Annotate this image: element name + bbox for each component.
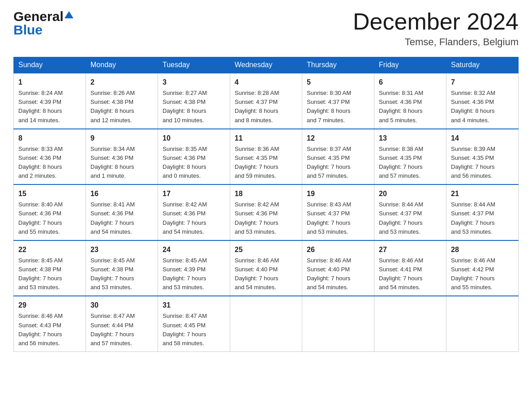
weekday-header-wednesday: Wednesday [230, 57, 302, 73]
day-number: 22 [18, 244, 81, 255]
day-info: Sunrise: 8:37 AM Sunset: 4:35 PM Dayligh… [307, 145, 369, 181]
calendar-cell: 20Sunrise: 8:44 AM Sunset: 4:37 PM Dayli… [374, 184, 446, 240]
day-info: Sunrise: 8:47 AM Sunset: 4:44 PM Dayligh… [90, 312, 153, 348]
day-number: 25 [235, 244, 297, 255]
week-row-5: 29Sunrise: 8:46 AM Sunset: 4:43 PM Dayli… [14, 296, 519, 351]
logo-blue-text: Blue [13, 22, 43, 38]
day-number: 27 [379, 244, 442, 255]
svg-marker-0 [64, 11, 73, 18]
calendar-cell: 18Sunrise: 8:42 AM Sunset: 4:36 PM Dayli… [230, 184, 302, 240]
day-number: 12 [307, 133, 369, 144]
weekday-header-row: SundayMondayTuesdayWednesdayThursdayFrid… [14, 57, 519, 73]
day-number: 8 [18, 133, 81, 144]
day-number: 15 [18, 188, 81, 199]
day-info: Sunrise: 8:42 AM Sunset: 4:36 PM Dayligh… [163, 200, 225, 236]
calendar-cell: 24Sunrise: 8:45 AM Sunset: 4:39 PM Dayli… [158, 240, 230, 296]
day-number: 6 [379, 77, 442, 88]
calendar-cell: 7Sunrise: 8:32 AM Sunset: 4:36 PM Daylig… [446, 73, 519, 129]
day-info: Sunrise: 8:24 AM Sunset: 4:39 PM Dayligh… [18, 89, 81, 125]
logo-triangle-icon [64, 10, 73, 19]
weekday-header-thursday: Thursday [302, 57, 374, 73]
day-info: Sunrise: 8:45 AM Sunset: 4:38 PM Dayligh… [90, 256, 153, 292]
calendar-cell: 31Sunrise: 8:47 AM Sunset: 4:45 PM Dayli… [158, 296, 230, 351]
day-info: Sunrise: 8:34 AM Sunset: 4:36 PM Dayligh… [90, 145, 153, 181]
day-info: Sunrise: 8:33 AM Sunset: 4:36 PM Dayligh… [18, 145, 81, 181]
day-info: Sunrise: 8:35 AM Sunset: 4:36 PM Dayligh… [163, 145, 225, 181]
day-info: Sunrise: 8:28 AM Sunset: 4:37 PM Dayligh… [235, 89, 297, 125]
day-number: 30 [90, 300, 153, 311]
logo-icon: General [13, 9, 73, 24]
day-number: 14 [451, 133, 514, 144]
day-info: Sunrise: 8:42 AM Sunset: 4:36 PM Dayligh… [235, 200, 297, 236]
day-info: Sunrise: 8:32 AM Sunset: 4:36 PM Dayligh… [451, 89, 514, 125]
day-number: 1 [18, 77, 81, 88]
calendar-cell: 5Sunrise: 8:30 AM Sunset: 4:37 PM Daylig… [302, 73, 374, 129]
calendar-cell [302, 296, 374, 351]
day-info: Sunrise: 8:31 AM Sunset: 4:36 PM Dayligh… [379, 89, 442, 125]
calendar-cell: 9Sunrise: 8:34 AM Sunset: 4:36 PM Daylig… [86, 129, 158, 185]
calendar-cell: 17Sunrise: 8:42 AM Sunset: 4:36 PM Dayli… [158, 184, 230, 240]
day-info: Sunrise: 8:46 AM Sunset: 4:41 PM Dayligh… [379, 256, 442, 292]
day-number: 21 [451, 188, 514, 199]
title-section: December 2024 Temse, Flanders, Belgium [353, 9, 519, 48]
day-info: Sunrise: 8:27 AM Sunset: 4:38 PM Dayligh… [163, 89, 225, 125]
logo-general-text: General [13, 9, 64, 24]
day-info: Sunrise: 8:36 AM Sunset: 4:35 PM Dayligh… [235, 145, 297, 181]
week-row-4: 22Sunrise: 8:45 AM Sunset: 4:38 PM Dayli… [14, 240, 519, 296]
calendar-cell [230, 296, 302, 351]
day-number: 10 [163, 133, 225, 144]
day-info: Sunrise: 8:30 AM Sunset: 4:37 PM Dayligh… [307, 89, 369, 125]
day-info: Sunrise: 8:38 AM Sunset: 4:35 PM Dayligh… [379, 145, 442, 181]
calendar-table: SundayMondayTuesdayWednesdayThursdayFrid… [13, 57, 519, 352]
calendar-cell: 1Sunrise: 8:24 AM Sunset: 4:39 PM Daylig… [14, 73, 86, 129]
day-number: 5 [307, 77, 369, 88]
day-number: 13 [379, 133, 442, 144]
weekday-header-sunday: Sunday [14, 57, 86, 73]
calendar-cell: 14Sunrise: 8:39 AM Sunset: 4:35 PM Dayli… [446, 129, 519, 185]
calendar-cell: 2Sunrise: 8:26 AM Sunset: 4:38 PM Daylig… [86, 73, 158, 129]
calendar-cell: 28Sunrise: 8:46 AM Sunset: 4:42 PM Dayli… [446, 240, 519, 296]
page-header: General Blue December 2024 Temse, Flande… [13, 9, 519, 48]
week-row-3: 15Sunrise: 8:40 AM Sunset: 4:36 PM Dayli… [14, 184, 519, 240]
weekday-header-saturday: Saturday [446, 57, 519, 73]
day-number: 28 [451, 244, 514, 255]
day-number: 19 [307, 188, 369, 199]
calendar-cell: 27Sunrise: 8:46 AM Sunset: 4:41 PM Dayli… [374, 240, 446, 296]
day-number: 23 [90, 244, 153, 255]
calendar-cell [446, 296, 519, 351]
calendar-cell: 8Sunrise: 8:33 AM Sunset: 4:36 PM Daylig… [14, 129, 86, 185]
day-number: 2 [90, 77, 153, 88]
calendar-cell: 26Sunrise: 8:46 AM Sunset: 4:40 PM Dayli… [302, 240, 374, 296]
day-info: Sunrise: 8:40 AM Sunset: 4:36 PM Dayligh… [18, 200, 81, 236]
calendar-cell: 10Sunrise: 8:35 AM Sunset: 4:36 PM Dayli… [158, 129, 230, 185]
week-row-2: 8Sunrise: 8:33 AM Sunset: 4:36 PM Daylig… [14, 129, 519, 185]
day-number: 26 [307, 244, 369, 255]
calendar-cell: 3Sunrise: 8:27 AM Sunset: 4:38 PM Daylig… [158, 73, 230, 129]
day-number: 20 [379, 188, 442, 199]
day-number: 3 [163, 77, 225, 88]
day-number: 11 [235, 133, 297, 144]
day-info: Sunrise: 8:46 AM Sunset: 4:40 PM Dayligh… [307, 256, 369, 292]
calendar-cell: 23Sunrise: 8:45 AM Sunset: 4:38 PM Dayli… [86, 240, 158, 296]
calendar-cell: 21Sunrise: 8:44 AM Sunset: 4:37 PM Dayli… [446, 184, 519, 240]
calendar-cell: 29Sunrise: 8:46 AM Sunset: 4:43 PM Dayli… [14, 296, 86, 351]
month-title: December 2024 [353, 9, 519, 34]
day-number: 31 [163, 300, 225, 311]
day-info: Sunrise: 8:39 AM Sunset: 4:35 PM Dayligh… [451, 145, 514, 181]
day-number: 29 [18, 300, 81, 311]
calendar-cell: 19Sunrise: 8:43 AM Sunset: 4:37 PM Dayli… [302, 184, 374, 240]
calendar-cell: 11Sunrise: 8:36 AM Sunset: 4:35 PM Dayli… [230, 129, 302, 185]
day-info: Sunrise: 8:46 AM Sunset: 4:42 PM Dayligh… [451, 256, 514, 292]
calendar-cell: 25Sunrise: 8:46 AM Sunset: 4:40 PM Dayli… [230, 240, 302, 296]
day-info: Sunrise: 8:46 AM Sunset: 4:43 PM Dayligh… [18, 312, 81, 348]
day-info: Sunrise: 8:41 AM Sunset: 4:36 PM Dayligh… [90, 200, 153, 236]
weekday-header-monday: Monday [86, 57, 158, 73]
calendar-cell: 15Sunrise: 8:40 AM Sunset: 4:36 PM Dayli… [14, 184, 86, 240]
day-info: Sunrise: 8:46 AM Sunset: 4:40 PM Dayligh… [235, 256, 297, 292]
calendar-cell [374, 296, 446, 351]
day-info: Sunrise: 8:44 AM Sunset: 4:37 PM Dayligh… [451, 200, 514, 236]
calendar-cell: 6Sunrise: 8:31 AM Sunset: 4:36 PM Daylig… [374, 73, 446, 129]
day-info: Sunrise: 8:44 AM Sunset: 4:37 PM Dayligh… [379, 200, 442, 236]
calendar-cell: 4Sunrise: 8:28 AM Sunset: 4:37 PM Daylig… [230, 73, 302, 129]
week-row-1: 1Sunrise: 8:24 AM Sunset: 4:39 PM Daylig… [14, 73, 519, 129]
